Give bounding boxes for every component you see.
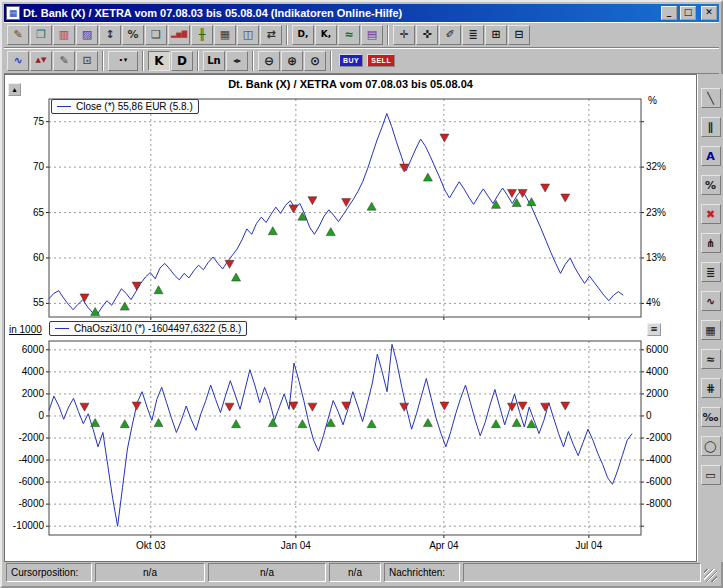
layout-split-button[interactable]: ⊟ xyxy=(508,25,530,45)
rect-tool-button[interactable]: ▭ xyxy=(701,465,721,485)
d-mode-button[interactable]: D xyxy=(171,51,193,71)
layout-grid-button[interactable]: ⊞ xyxy=(485,25,507,45)
trend-line-button[interactable]: ╲ xyxy=(701,88,721,108)
y-axis-label-right: 4000 xyxy=(646,366,669,377)
parallel-lines-button[interactable]: ∥ xyxy=(701,117,721,137)
sell-marker xyxy=(507,403,516,411)
y-axis-label-right: 13% xyxy=(646,252,666,263)
news-panel xyxy=(463,563,701,582)
percent-zone-icon: ‰ xyxy=(703,412,719,423)
scale-updown-button[interactable]: ↕ xyxy=(99,25,121,45)
text-tool-button[interactable]: A xyxy=(701,146,721,166)
resize-grip[interactable] xyxy=(704,569,717,582)
copy-button[interactable]: ❐ xyxy=(30,25,52,45)
percent-move-button[interactable]: % xyxy=(701,175,721,195)
compare-button[interactable]: ⇄ xyxy=(260,25,282,45)
buy-marker xyxy=(268,227,277,235)
fibonacci-button[interactable]: ≣ xyxy=(701,262,721,282)
chart-area[interactable]: ▴ Dt. Bank (X) / XETRA vom 07.08.03 bis … xyxy=(4,74,697,562)
mini-chart-button[interactable]: ∿ xyxy=(7,51,29,71)
zigzag-button[interactable]: ∿ xyxy=(701,291,721,311)
buy-button[interactable]: BUY xyxy=(339,54,363,67)
chart-title: Dt. Bank (X) / XETRA vom 07.08.03 bis 05… xyxy=(5,78,696,90)
minimize-button[interactable]: _ xyxy=(661,6,677,20)
y-axis-label: 6000 xyxy=(22,344,45,355)
percent-scale-button[interactable]: % xyxy=(122,25,144,45)
y-axis-label: -10000 xyxy=(13,520,45,531)
osc-chart[interactable]: Okt 03Jan 04Apr 04Jul 046000600040004000… xyxy=(5,339,696,561)
weekly-mode-button[interactable]: K, xyxy=(315,25,337,45)
ellipse-tool-icon: ◯ xyxy=(704,441,716,452)
chart-period-red-button[interactable]: ▥ xyxy=(53,25,75,45)
titlebar[interactable]: ▦ Dt. Bank (X) / XETRA vom 07.08.03 bis … xyxy=(4,4,719,22)
sell-button[interactable]: SELL xyxy=(367,54,395,67)
zoom-out-button[interactable]: ⊖ xyxy=(258,51,280,71)
y-axis-label-right: 32% xyxy=(646,161,666,172)
sell-marker xyxy=(289,205,298,213)
grid-tool-button[interactable]: ▦ xyxy=(701,320,721,340)
y-axis-label: -8000 xyxy=(18,498,44,509)
buy-marker xyxy=(298,420,307,428)
close-button[interactable]: ✕ xyxy=(701,6,717,20)
line-style-caret-icon: ▾ xyxy=(124,57,128,64)
sell-marker xyxy=(561,402,570,410)
notes-button[interactable]: ≣ xyxy=(462,25,484,45)
print-icon: ❏ xyxy=(151,29,161,40)
move-tool-button[interactable]: ✜ xyxy=(416,25,438,45)
text-tool-icon: A xyxy=(706,151,715,162)
k-mode-button[interactable]: K xyxy=(148,51,170,71)
toolbar-separator xyxy=(330,51,332,71)
percent-zone-button[interactable]: ‰ xyxy=(701,407,721,427)
toolbar-separator xyxy=(286,25,288,45)
indicator-list-button[interactable]: ▤ xyxy=(361,25,383,45)
buy-marker xyxy=(423,419,432,427)
panel-menu-button[interactable]: ≡ xyxy=(647,323,661,336)
maximize-button[interactable]: □ xyxy=(680,6,696,20)
save-icon: ◫ xyxy=(243,29,253,40)
channel-tool-button[interactable]: ⋕ xyxy=(701,378,721,398)
quote-table-button[interactable]: ▦ xyxy=(214,25,236,45)
save-button[interactable]: ◫ xyxy=(237,25,259,45)
y-axis-label: 75 xyxy=(33,116,45,127)
price-chart[interactable]: 757032%6523%6013%554%% xyxy=(5,93,696,321)
wave-tool-button[interactable]: ≈ xyxy=(701,349,721,369)
buy-marker xyxy=(512,199,521,207)
d-mode-label: D xyxy=(177,55,187,67)
signal-markers-icon: ▲▼ xyxy=(36,57,47,64)
buy-marker xyxy=(91,419,100,427)
x-axis-label: Okt 03 xyxy=(136,540,166,551)
channel-tool-icon: ⋕ xyxy=(706,383,715,394)
delete-object-button[interactable]: ✖ xyxy=(701,204,721,224)
signal-markers-button[interactable]: ▲▼ xyxy=(30,51,52,71)
scale-updown-icon: ↕ xyxy=(105,29,114,40)
pitchfork-icon: ⋔ xyxy=(706,238,715,249)
y-axis-label-right: -2000 xyxy=(646,432,672,443)
pitchfork-button[interactable]: ⋔ xyxy=(701,233,721,253)
draw-pencil-button[interactable]: ✐ xyxy=(439,25,461,45)
chart-period-blue-button[interactable]: ▨ xyxy=(76,25,98,45)
toolbar-separator xyxy=(252,51,254,71)
daily-mode-button[interactable]: D, xyxy=(292,25,314,45)
zoom-in-button[interactable]: ⊕ xyxy=(281,51,303,71)
ellipse-tool-button[interactable]: ◯ xyxy=(701,436,721,456)
trend-line-icon: ╲ xyxy=(707,93,714,104)
sell-marker xyxy=(132,402,141,410)
line-style-button[interactable]: ·▾ xyxy=(108,51,138,71)
ln-scale-button[interactable]: Ln xyxy=(203,51,225,71)
buy-marker xyxy=(491,420,500,428)
candle-chart-button[interactable]: ╫ xyxy=(191,25,213,45)
chart-edit-button[interactable]: ✎ xyxy=(7,25,29,45)
bar-chart-button[interactable]: ▂▅▇ xyxy=(168,25,190,45)
y-axis-label-right: 2000 xyxy=(646,388,669,399)
print-button[interactable]: ❏ xyxy=(145,25,167,45)
crosshair-button[interactable]: ✛ xyxy=(393,25,415,45)
zoom-reset-button[interactable]: ⊙ xyxy=(304,51,326,71)
template-button[interactable]: ⊡ xyxy=(76,51,98,71)
expand-horizontal-button[interactable]: ◂▸ xyxy=(226,51,248,71)
osc-legend[interactable]: ChaOszi3/10 (*) -1604497,6322 (5.8.) xyxy=(49,321,247,336)
chart-period-blue-icon: ▨ xyxy=(82,29,92,40)
ln-scale-label: Ln xyxy=(207,56,221,66)
indicator-wave-button[interactable]: ≈ xyxy=(338,25,360,45)
annotate-button[interactable]: ✎ xyxy=(53,51,75,71)
app-window: ▦ Dt. Bank (X) / XETRA vom 07.08.03 bis … xyxy=(0,0,723,588)
